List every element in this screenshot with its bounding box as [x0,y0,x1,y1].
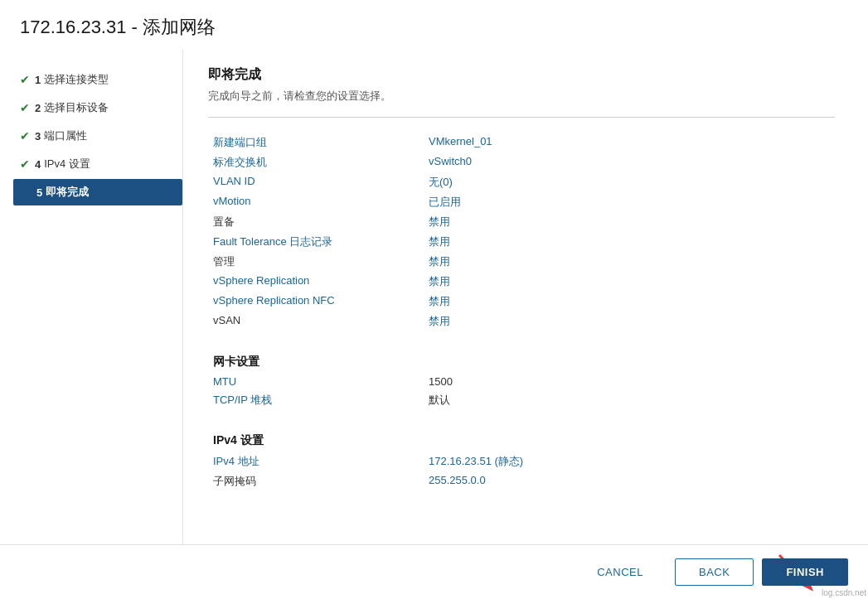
watermark: log.csdn.net [822,588,866,597]
row-label: vSphere Replication NFC [208,292,424,312]
table-row: 子网掩码255.255.0.0 [208,471,835,491]
row-label: 置备 [208,212,424,232]
table-row: 置备禁用 [208,212,835,232]
step-number: 5 [36,186,42,199]
check-icon: ✔ [20,73,30,86]
step-number: 1 [35,74,41,86]
table-row: 管理禁用 [208,252,835,272]
row-value: 禁用 [424,212,835,232]
table-row: vSAN禁用 [208,312,835,331]
cancel-button[interactable]: CANCEL [574,559,667,585]
back-button[interactable]: BACK [675,558,754,586]
row-value: 172.16.23.51 (静态) [424,452,835,471]
sidebar-item-step1[interactable]: ✔1 选择连接类型 [13,66,182,93]
divider [208,117,835,118]
main-content: 即将完成 完成向导之前，请检查您的设置选择。 新建端口组VMkernel_01标… [182,50,868,544]
sidebar-item-step4[interactable]: ✔4 IPv4 设置 [13,151,182,177]
table-row: vSphere Replication NFC禁用 [208,292,835,312]
row-label: TCP/IP 堆栈 [208,390,424,410]
row-label: 子网掩码 [208,471,424,491]
table-row: VLAN ID无(0) [208,172,835,192]
step-number: 3 [35,130,41,143]
row-value: 禁用 [424,312,835,331]
check-icon: ✔ [20,157,30,171]
step-label: 即将完成 [46,185,89,200]
table-row: vMotion已启用 [208,192,835,212]
row-value: 禁用 [424,272,835,292]
settings-table: 新建端口组VMkernel_01标准交换机vSwitch0VLAN ID无(0)… [208,133,835,331]
sidebar-item-step3[interactable]: ✔3 端口属性 [13,123,182,149]
row-value: vSwitch0 [424,152,835,172]
table-row: MTU1500 [208,373,835,390]
finish-button[interactable]: FINISH [762,558,848,586]
row-value: VMkernel_01 [424,133,835,152]
row-label: 管理 [208,252,424,272]
wizard-sidebar: ✔1 选择连接类型✔2 选择目标设备✔3 端口属性✔4 IPv4 设置5 即将完… [0,50,182,544]
row-label: 标准交换机 [208,152,424,172]
row-value: 1500 [424,373,835,390]
check-icon: ✔ [20,129,30,143]
step-label: IPv4 设置 [44,157,90,171]
table-row: Fault Tolerance 日志记录禁用 [208,232,835,252]
step-label: 选择连接类型 [44,72,109,87]
table-row: IPv4 地址172.16.23.51 (静态) [208,452,835,471]
row-value: 默认 [424,390,835,410]
table-row: TCP/IP 堆栈默认 [208,390,835,410]
step-label: 选择目标设备 [44,100,109,115]
step-label: 端口属性 [44,128,87,143]
row-value: 已启用 [424,192,835,212]
group-ipv4-title: IPv4 设置 [208,425,835,452]
step-number: 2 [35,102,41,114]
table-row: 标准交换机vSwitch0 [208,152,835,172]
table-row: 新建端口组VMkernel_01 [208,133,835,152]
row-value: 255.255.0.0 [424,471,835,491]
row-label: Fault Tolerance 日志记录 [208,232,424,252]
sidebar-item-step2[interactable]: ✔2 选择目标设备 [13,94,182,121]
row-label: IPv4 地址 [208,452,424,471]
nic-settings-table: MTU1500TCP/IP 堆栈默认 [208,373,835,410]
row-value: 禁用 [424,292,835,312]
row-label: vSphere Replication [208,272,424,292]
row-label: VLAN ID [208,172,424,192]
table-row: vSphere Replication禁用 [208,272,835,292]
check-icon: ✔ [20,101,30,114]
row-label: vMotion [208,192,424,212]
section-desc: 完成向导之前，请检查您的设置选择。 [208,89,835,104]
row-value: 无(0) [424,172,835,192]
group-nic-title: 网卡设置 [208,346,835,373]
row-label: vSAN [208,312,424,331]
row-value: 禁用 [424,252,835,272]
row-value: 禁用 [424,232,835,252]
step-number: 4 [35,158,41,171]
sidebar-item-step5[interactable]: 5 即将完成 [13,179,182,205]
row-label: MTU [208,373,424,390]
ipv4-settings-table: IPv4 地址172.16.23.51 (静态)子网掩码255.255.0.0 [208,452,835,491]
row-label: 新建端口组 [208,133,424,152]
dialog-footer: CANCEL BACK FINISH [0,544,868,599]
page-title: 172.16.23.31 - 添加网络 [20,15,848,40]
section-title: 即将完成 [208,66,835,84]
